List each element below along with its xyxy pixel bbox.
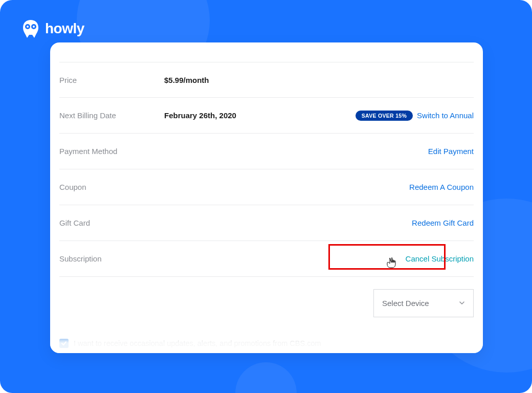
row-coupon: Coupon Redeem A Coupon [59,169,474,205]
consent-text: I want to receive occasional updates, al… [74,339,321,347]
decorative-circle [235,362,297,393]
brand-name: howly [45,20,84,37]
owl-icon [20,18,41,39]
device-select[interactable]: Select Device [373,289,474,317]
next-billing-label: Next Billing Date [59,111,164,120]
consent-row: I want to receive occasional updates, al… [50,332,483,353]
svg-point-3 [33,26,35,28]
row-subscription: Subscription Cancel Subscription [59,241,474,277]
price-label: Price [59,76,164,84]
device-select-placeholder: Select Device [382,299,429,308]
redeem-gift-card-link[interactable]: Redeem Gift Card [412,219,474,227]
row-price: Price $5.99/month [59,62,474,98]
svg-point-2 [27,26,29,28]
page-frame: howly Price $5.99/month Next Billing Dat… [0,0,532,393]
subscription-label: Subscription [59,254,164,263]
brand-logo: howly [20,18,84,39]
switch-to-annual-link[interactable]: Switch to Annual [417,111,474,120]
consent-checkbox[interactable] [59,339,69,348]
row-next-billing: Next Billing Date February 26th, 2020 SA… [59,98,474,134]
row-gift-card: Gift Card Redeem Gift Card [59,205,474,241]
row-payment-method: Payment Method Edit Payment [59,134,474,169]
redeem-coupon-link[interactable]: Redeem A Coupon [409,183,474,191]
next-billing-value: February 26th, 2020 [164,111,356,120]
edit-payment-link[interactable]: Edit Payment [428,147,474,156]
cancel-subscription-link[interactable]: Cancel Subscription [406,254,474,263]
gift-card-label: Gift Card [59,219,164,227]
chevron-down-icon [459,299,465,308]
price-value: $5.99/month [164,76,474,84]
save-badge: SAVE OVER 15% [356,111,413,121]
coupon-label: Coupon [59,183,164,191]
settings-panel: Price $5.99/month Next Billing Date Febr… [50,42,483,353]
payment-method-label: Payment Method [59,147,164,156]
